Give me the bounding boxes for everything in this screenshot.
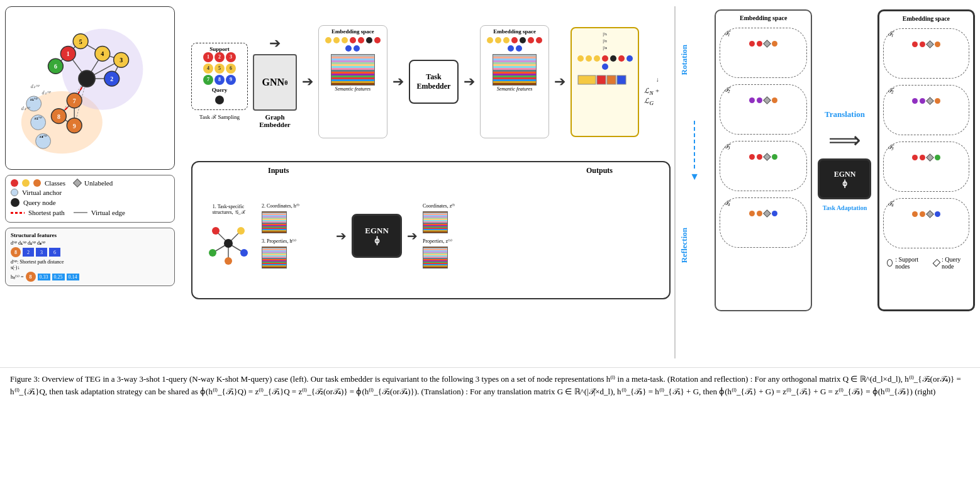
svg-text:a₃ˢᵖ: a₃ˢᵖ	[40, 134, 47, 139]
svg-text:5: 5	[79, 38, 82, 45]
semantic-label-1: Semantic features	[335, 86, 370, 92]
t1-label-left: 𝒯₁	[724, 30, 730, 37]
svg-text:8: 8	[57, 113, 60, 120]
svg-point-63	[225, 257, 232, 265]
task-adapt-label: Task Adaptation	[823, 204, 867, 211]
support-nodes-legend: : Support nodes	[895, 256, 924, 270]
right-section: Rotation ▼ Reflection Embedding space 𝒯₁	[679, 6, 975, 365]
svg-text:d₃ˢᵖ: d₃ˢᵖ	[21, 106, 30, 111]
shortest-path-legend: Shortest path	[28, 209, 65, 216]
embed-left: Embedding space 𝒯₁ 𝒯₂	[715, 9, 812, 311]
embedding-space-title-1: Embedding space	[331, 28, 374, 35]
svg-text:a₁ˢᵖ: a₁ˢᵖ	[30, 97, 38, 102]
task-cluster-t1-left: 𝒯₁	[720, 28, 807, 78]
task-struct-svg	[203, 218, 253, 269]
t4-label-left: 𝒯₄	[724, 199, 730, 207]
gnn-box: GNN θ	[253, 54, 297, 111]
svg-text:2: 2	[110, 75, 113, 82]
svg-point-27	[79, 70, 95, 87]
graph-embedder-label: GraphEmbedder	[259, 113, 291, 128]
task-cluster-t2-right: 𝒯₂	[883, 85, 969, 135]
translation-label: Translation	[825, 109, 865, 119]
embedding-box-2: Embedding space Semantic features	[480, 25, 549, 138]
embed-spaces-row: Rotation ▼ Reflection Embedding space 𝒯₁	[679, 6, 975, 358]
svg-point-62	[240, 249, 248, 257]
svg-text:6: 6	[54, 63, 57, 70]
task-sampling-label: Task 𝒯ᵢ Sampling	[199, 114, 240, 121]
svg-text:d₂ˢᵖ: d₂ˢᵖ	[31, 84, 40, 89]
support-label: Support	[194, 46, 245, 52]
gnn-theta: θ	[284, 79, 287, 86]
reflection-label: Reflection	[679, 228, 710, 263]
lower-inner: 1. Task-specificstructures, 𝒢_𝒯ᵢ	[200, 203, 662, 269]
t2-label-left: 𝒯₂	[724, 86, 730, 94]
egnn-transform-label: EGNN	[834, 170, 856, 179]
main-container: 4 5 3 1 6	[0, 0, 980, 488]
query-node-legend: Query node	[23, 199, 56, 206]
diagram-area: 4 5 3 1 6	[0, 0, 980, 365]
structural-box: Structural features dˢᵖ d₁ˢᵖ d₂ˢᵖ d₃ˢᵖ 8…	[5, 228, 175, 286]
svg-text:d₁ˢᵖ: d₁ˢᵖ	[42, 90, 51, 96]
legend-box: Classes Unlabeled Virtual anchor Query n…	[5, 175, 175, 223]
coord-input-bar	[262, 211, 287, 233]
unlabeled-label: Unlabeled	[84, 179, 113, 187]
caption-area: Figure 3: Overview of TEG in a 3-way 3-s…	[0, 367, 980, 402]
svg-text:1: 1	[67, 50, 70, 57]
query-label: Query	[194, 87, 245, 93]
middle-section: Support 1 2 3 4 5 6 7 8 9 Query	[191, 6, 671, 365]
semantic-bar-2	[493, 54, 537, 86]
svg-text:7: 7	[73, 97, 76, 104]
legend-bottom: : Support nodes : Query node	[882, 253, 971, 272]
task-cluster-t4-right: 𝒯₄	[883, 198, 969, 248]
t3-label-right: 𝒯₃	[888, 143, 893, 151]
embed-right: Embedding space 𝒯₁ 𝒯₂	[877, 9, 975, 311]
rotation-label: Rotation	[679, 45, 710, 75]
svg-text:4: 4	[101, 50, 104, 57]
gnn-label: GNN	[262, 77, 285, 88]
embedding-box-1: Embedding space Semantic features	[318, 25, 387, 138]
support-query-box: Support 1 2 3 4 5 6 7 8 9 Query	[191, 43, 248, 110]
egnn-transform-phi: ϕ	[842, 179, 847, 189]
task-cluster-t4-left: 𝒯₄	[720, 197, 807, 248]
outputs-label: Outputs	[586, 166, 613, 175]
t4-label-right: 𝒯₄	[888, 200, 893, 208]
task-cluster-t2-left: 𝒯₂	[720, 84, 807, 135]
prop-input-bar	[262, 247, 287, 269]
coord-out-bar	[423, 211, 448, 233]
coord-input-label: 2. Coordinates, h⁽ˡ⁾	[262, 203, 331, 209]
left-section: 4 5 3 1 6	[5, 6, 187, 365]
caption-text: Figure 3: Overview of TEG in a 3-way 3-s…	[10, 374, 961, 396]
egnn-box: EGNN ϕ	[352, 214, 402, 258]
inputs-label: Inputs	[268, 166, 289, 175]
upper-flow: Support 1 2 3 4 5 6 7 8 9 Query	[191, 6, 671, 157]
s-label: s(·)↓	[11, 265, 169, 270]
lower-flow: Inputs Outputs 1. Task-specificstructure…	[191, 161, 671, 299]
svg-text:3: 3	[120, 57, 123, 64]
svg-rect-47	[578, 75, 596, 84]
task-cluster-t3-right: 𝒯₃	[883, 141, 969, 192]
egnn-phi: ϕ	[374, 236, 380, 246]
svg-point-59	[212, 227, 220, 235]
graph-svg: 4 5 3 1 6	[6, 7, 174, 169]
task-specific-label: 1. Task-specificstructures, 𝒢_𝒯ᵢ	[212, 204, 244, 216]
classes-label: Classes	[45, 179, 65, 187]
svg-text:a₂ˢᵖ: a₂ˢᵖ	[35, 116, 42, 121]
t2-label-right: 𝒯₂	[888, 87, 893, 94]
virtual-edge-legend: Virtual edge	[91, 209, 125, 216]
coord-out-label: Coordinates, z⁽ˡ⁾	[423, 203, 486, 209]
svg-rect-50	[617, 75, 626, 84]
t3-label-left: 𝒯₃	[724, 143, 730, 150]
svg-rect-49	[607, 75, 616, 84]
prop-input-label: 3. Properties, h⁽ˢ⁾	[262, 238, 331, 244]
task-embedder-box: Task Embedder	[409, 60, 459, 104]
vertical-divider	[674, 6, 676, 358]
task-embedder-label: Task Embedder	[410, 72, 458, 91]
shortest-path-label: dˢᵖ: Shortest path distance	[11, 259, 169, 265]
semantic-label-2: Semantic features	[497, 86, 533, 92]
task-cluster-t1-right: 𝒯₁	[883, 28, 969, 79]
embed-right-title: Embedding space	[882, 15, 971, 22]
egnn-label: EGNN	[365, 226, 389, 236]
t1-label-right: 𝒯₁	[888, 30, 893, 38]
egnn-transform-box: EGNN ϕ	[818, 158, 871, 199]
task-cluster-t3-left: 𝒯₃	[720, 141, 807, 191]
